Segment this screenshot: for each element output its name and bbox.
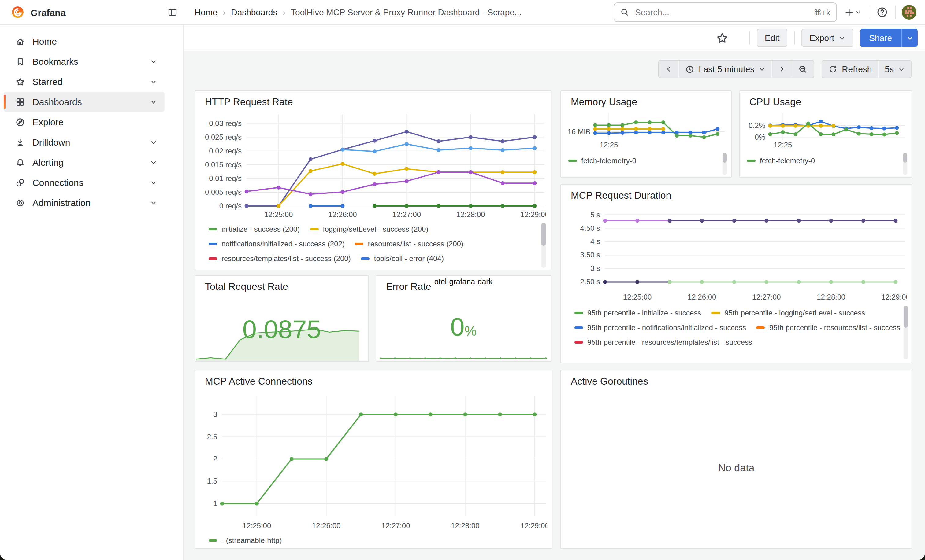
legend-item[interactable]: tools/list - success (200) bbox=[313, 266, 404, 270]
legend-item[interactable]: resources/list - success (200) bbox=[355, 237, 463, 251]
breadcrumb-current: ToolHive MCP Server & Proxy Runner Dashb… bbox=[291, 8, 521, 17]
legend-scrollbar-thumb[interactable] bbox=[541, 222, 546, 246]
sidebar-item-label: Explore bbox=[32, 117, 63, 127]
svg-text:0.025 req/s: 0.025 req/s bbox=[205, 133, 242, 141]
legend-item[interactable]: resources/templates/list - success (200) bbox=[209, 251, 351, 266]
time-forward-button[interactable] bbox=[771, 60, 792, 78]
sidebar-item-bookmarks[interactable]: Bookmarks bbox=[0, 51, 164, 72]
panel-title[interactable]: MCP Active Connections bbox=[195, 371, 552, 391]
legend-item[interactable]: 95th percentile - resources/templates/li… bbox=[574, 335, 752, 350]
legend-label: tools/list - success (200) bbox=[325, 269, 404, 270]
svg-text:12:29:00: 12:29:00 bbox=[520, 210, 546, 219]
chevron-right-icon bbox=[778, 65, 785, 73]
svg-text:0.2%: 0.2% bbox=[749, 122, 765, 130]
panel-title[interactable]: Total Request Rate bbox=[195, 276, 368, 297]
sidebar-item-starred[interactable]: Starred bbox=[0, 72, 164, 92]
refresh-button[interactable]: Refresh bbox=[822, 60, 878, 78]
legend-swatch bbox=[209, 539, 217, 542]
svg-text:12:26:00: 12:26:00 bbox=[688, 293, 716, 301]
duration-legend: 95th percentile - initialize - success95… bbox=[574, 306, 902, 357]
panel-title[interactable]: Memory Usage bbox=[561, 91, 731, 112]
legend-item[interactable]: - (streamable-http) bbox=[209, 533, 282, 548]
panel-title[interactable]: HTTP Request Rate bbox=[195, 91, 551, 112]
legend-item[interactable]: 95th percentile - logging/setLevel - suc… bbox=[711, 306, 865, 320]
legend-swatch bbox=[568, 159, 577, 162]
legend-label: tools/call - success (200) bbox=[221, 269, 302, 270]
legend-item[interactable]: tools/call - error (404) bbox=[361, 251, 444, 266]
legend-item[interactable]: 95th percentile - initialize - success bbox=[574, 306, 701, 320]
legend-item[interactable]: notifications/initialized - success (202… bbox=[209, 237, 345, 251]
export-button[interactable]: Export bbox=[801, 29, 853, 47]
chevron-down-icon bbox=[150, 199, 157, 206]
chevron-down-icon bbox=[838, 35, 845, 41]
sidebar-collapse-button[interactable] bbox=[168, 8, 178, 17]
panel-title[interactable]: CPU Usage bbox=[740, 91, 911, 112]
chevron-down-icon bbox=[759, 66, 765, 72]
divider bbox=[749, 31, 750, 45]
help-button[interactable] bbox=[875, 6, 889, 19]
legend-swatch bbox=[747, 159, 756, 162]
search-input[interactable] bbox=[634, 7, 809, 18]
dashboards-grid-icon bbox=[15, 97, 25, 107]
chevron-down-icon bbox=[150, 58, 157, 65]
zoom-out-button[interactable] bbox=[792, 60, 814, 78]
panel-memory-usage: Memory Usage 16 MiB12:25 fetch-telemetry… bbox=[560, 90, 732, 178]
svg-text:12:25:00: 12:25:00 bbox=[243, 521, 271, 530]
svg-text:0%: 0% bbox=[755, 133, 765, 141]
chevron-left-icon bbox=[665, 65, 672, 73]
search-box[interactable]: ⌘+k bbox=[614, 3, 837, 22]
sidebar-item-connections[interactable]: Connections bbox=[0, 173, 164, 192]
legend-scrollbar-thumb[interactable] bbox=[723, 153, 727, 163]
sidebar-item-alerting[interactable]: Alerting bbox=[0, 152, 164, 173]
refresh-interval-picker[interactable]: 5s bbox=[878, 60, 911, 78]
chevron-down-icon bbox=[855, 9, 862, 15]
edit-button[interactable]: Edit bbox=[757, 29, 787, 47]
legend-scrollbar-thumb[interactable] bbox=[904, 306, 908, 328]
breadcrumb-dashboards[interactable]: Dashboards bbox=[231, 8, 277, 17]
sidebar-item-dashboards[interactable]: Dashboards bbox=[4, 92, 164, 112]
svg-text:0.015 req/s: 0.015 req/s bbox=[205, 161, 242, 169]
legend-item[interactable]: logging/setLevel - success (200) bbox=[310, 222, 428, 237]
user-avatar[interactable] bbox=[902, 5, 916, 20]
panel-title[interactable]: Active Goroutines bbox=[561, 371, 911, 391]
breadcrumb: Home › Dashboards › ToolHive MCP Server … bbox=[194, 8, 521, 17]
legend-item[interactable]: fetch-telemetry-0 bbox=[747, 153, 815, 168]
legend-label: fetch-telemetry-0 bbox=[581, 156, 636, 165]
legend-swatch bbox=[574, 341, 583, 344]
legend-swatch bbox=[355, 243, 364, 245]
share-menu-button[interactable] bbox=[901, 29, 917, 47]
brand[interactable]: Grafana bbox=[0, 6, 158, 19]
sidebar-item-explore[interactable]: Explore bbox=[0, 112, 164, 132]
memory-legend: fetch-telemetry-0 bbox=[568, 153, 721, 168]
drilldown-icon bbox=[15, 137, 25, 147]
share-split-button: Share bbox=[860, 29, 917, 47]
svg-text:1.5: 1.5 bbox=[207, 477, 217, 485]
legend-item[interactable]: 95th percentile - notifications/initiali… bbox=[574, 320, 746, 335]
legend-scrollbar-thumb[interactable] bbox=[903, 153, 907, 163]
chevron-down-icon bbox=[906, 35, 913, 41]
legend-label: tools/call - error (404) bbox=[374, 254, 444, 263]
panel-active-goroutines: Active Goroutines No data bbox=[560, 370, 912, 549]
legend-item[interactable]: tools/call - success (200) bbox=[209, 266, 302, 270]
sidebar-item-home[interactable]: Home bbox=[0, 31, 164, 51]
sidebar-item-drilldown[interactable]: Drilldown bbox=[0, 132, 164, 152]
panel-cpu-usage: CPU Usage 0.2%0%12:25 fetch-telemetry-0 bbox=[739, 90, 912, 178]
legend-item[interactable]: 95th percentile - resources/list - succe… bbox=[756, 320, 900, 335]
svg-text:2.50 s: 2.50 s bbox=[580, 278, 600, 286]
add-button[interactable] bbox=[843, 6, 863, 18]
legend-item[interactable]: unknown - success (200) bbox=[415, 266, 509, 270]
sidebar-item-administration[interactable]: Administration bbox=[0, 192, 164, 213]
time-range-picker[interactable]: Last 5 minutes bbox=[678, 60, 771, 78]
breadcrumb-home[interactable]: Home bbox=[194, 8, 217, 17]
share-button[interactable]: Share bbox=[860, 29, 901, 47]
legend-item[interactable]: initialize - success (200) bbox=[209, 222, 300, 237]
time-back-button[interactable] bbox=[659, 60, 678, 78]
home-icon bbox=[15, 36, 25, 46]
star-dashboard-button[interactable] bbox=[715, 31, 729, 45]
svg-text:5 s: 5 s bbox=[591, 211, 600, 219]
panel-mcp-request-duration: MCP Request Duration 5 s4.50 s4 s3.50 s3… bbox=[560, 184, 912, 363]
sidebar: Home Bookmarks Starred bbox=[0, 25, 184, 560]
legend-item[interactable]: fetch-telemetry-0 bbox=[568, 153, 636, 168]
legend-swatch bbox=[361, 257, 370, 260]
panel-title[interactable]: MCP Request Duration bbox=[561, 185, 911, 206]
